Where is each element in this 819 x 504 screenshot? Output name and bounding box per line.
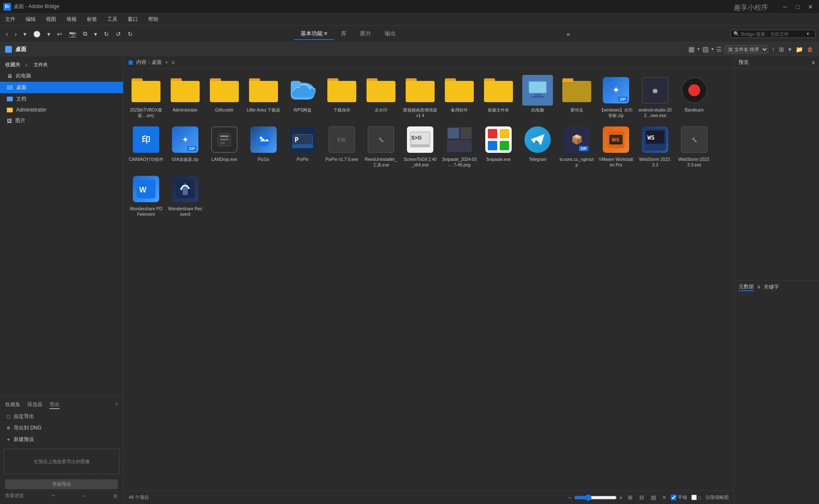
square-checkbox[interactable]: □ <box>691 495 701 500</box>
file-item[interactable]: PicGo <box>244 122 283 170</box>
file-item[interactable]: 🔧 WebStorm-2023.3.3.exe <box>675 122 713 170</box>
redo-button[interactable]: ↻ <box>125 29 135 39</box>
tab-output[interactable]: 输出 <box>378 28 403 40</box>
forward-button[interactable]: › <box>12 29 20 39</box>
zoom-minus-button[interactable]: − <box>568 494 571 501</box>
refresh-button[interactable]: ↻ <box>101 29 112 39</box>
custom-export-item[interactable]: □ 自定导出 <box>0 411 123 422</box>
history-dropdown[interactable]: ▾ <box>45 29 53 39</box>
sidebar-item-administrator[interactable]: Administrator <box>0 105 123 115</box>
history-button[interactable]: 🕐 <box>31 29 43 39</box>
file-item[interactable]: ✦ ZIP 【windows】水印管家.zip <box>597 72 635 121</box>
menu-window[interactable]: 窗口 <box>126 15 140 24</box>
menu-tools[interactable]: 工具 <box>106 15 119 24</box>
file-item[interactable]: Administrator <box>166 72 204 121</box>
progress-add-icon[interactable]: + <box>83 493 86 498</box>
folder-view-button[interactable]: 📁 <box>795 45 804 54</box>
file-item[interactable]: ✦ ZIP GIA加速器.zip <box>166 122 204 170</box>
export-menu[interactable]: ≡ <box>115 401 118 409</box>
copy-dropdown[interactable]: ▾ <box>92 29 100 39</box>
tab-film[interactable]: 胶片 <box>353 28 378 40</box>
sidebar-item-documents[interactable]: 文档 <box>0 93 123 105</box>
preview-menu-icon[interactable]: ≡ <box>812 60 815 66</box>
menu-label[interactable]: 标签 <box>85 15 99 24</box>
flat-checkbox-input[interactable] <box>671 495 676 500</box>
camera-button[interactable]: 📷 <box>66 29 79 39</box>
file-item[interactable]: WS WebStorm 2023.3.3 <box>636 122 674 170</box>
sidebar-item-desktop[interactable]: 桌面 <box>0 82 123 93</box>
new-preset-item[interactable]: + 新建预设 <box>0 434 123 445</box>
menu-view[interactable]: 视图 <box>44 15 58 24</box>
file-item[interactable]: Wondershare Recoverit <box>166 171 204 220</box>
grid-view-button[interactable]: ⊞ <box>626 493 634 501</box>
file-item[interactable]: 2023的TVBOX最新…om) <box>127 72 165 121</box>
filter-icon[interactable]: ▦ <box>688 45 695 53</box>
file-item[interactable]: 🔧 RevoUninstaller_工具.exe <box>362 122 400 170</box>
file-item[interactable]: 🤖 android-studio-202…ows.exe <box>636 72 674 121</box>
undo-button[interactable]: ↺ <box>113 29 123 39</box>
square-checkbox-input[interactable] <box>691 495 697 500</box>
more-button[interactable]: » <box>564 29 573 39</box>
file-item[interactable]: Little Aries 下载器 <box>244 72 283 121</box>
list-view-button[interactable]: ≡ <box>661 493 668 501</box>
export-dng-item[interactable]: ≡ 导出到 DNG <box>0 422 123 434</box>
menu-edit[interactable]: 编辑 <box>24 15 37 24</box>
view-options-dropdown[interactable]: ▾ <box>788 45 792 54</box>
content-add-button[interactable]: + <box>165 60 168 66</box>
maximize-button[interactable]: □ <box>793 3 802 11</box>
sort-dropdown[interactable]: 按 文件名 排序 按 日期 排序 按 大小 排序 <box>724 45 768 54</box>
progress-label[interactable]: 查看进度 <box>5 493 24 499</box>
file-item[interactable]: Telegram <box>518 122 557 170</box>
file-item[interactable]: 新建文件夹 <box>479 72 518 121</box>
back2-button[interactable]: ↩ <box>54 29 65 39</box>
file-item[interactable]: WPS网盘 <box>284 72 322 121</box>
zoom-plus-button[interactable]: + <box>619 494 623 501</box>
grid-view2-button[interactable]: ⊟ <box>638 493 646 501</box>
file-item[interactable]: 爱传送 <box>558 72 596 121</box>
tab-basic[interactable]: 基本功能 ≡ <box>294 28 334 40</box>
content-menu-button[interactable]: ≡ <box>172 60 175 66</box>
tab-library[interactable]: 库 <box>334 28 353 40</box>
search-bar[interactable]: 🔍 ▾ <box>730 30 816 38</box>
nav-dropdown[interactable]: ▾ <box>21 29 29 39</box>
metadata-tab[interactable]: 元数据 <box>739 283 754 291</box>
file-item[interactable]: Snipaste.exe <box>479 122 518 170</box>
file-item[interactable]: GIAcceler <box>205 72 243 121</box>
metadata-menu[interactable]: ≡ <box>757 284 760 290</box>
search-input[interactable] <box>741 32 805 37</box>
file-item[interactable]: 📦 ZIP tv.oovc.cc_nginxzip <box>558 122 596 170</box>
menu-help[interactable]: 帮助 <box>146 15 160 24</box>
close-button[interactable]: ✕ <box>805 3 816 11</box>
zoom-slider[interactable] <box>574 494 617 501</box>
sidebar-item-pictures[interactable]: 🖼 图片 <box>0 115 123 126</box>
flat-checkbox[interactable]: 平铺 <box>671 494 687 501</box>
file-item[interactable]: P PixPin <box>284 122 322 170</box>
progress-edit-icon[interactable]: ✏ <box>52 493 55 498</box>
window-controls[interactable]: ─ □ ✕ <box>781 3 816 11</box>
file-item[interactable]: W Wondershare PDFelement <box>127 171 165 220</box>
menu-file[interactable]: 文件 <box>3 15 17 24</box>
filter2-dropdown[interactable]: ▾ <box>711 46 714 52</box>
file-item[interactable]: Bandicam <box>675 72 713 121</box>
filter-dropdown[interactable]: ▾ <box>697 46 700 52</box>
file-item[interactable]: 印 CAINIAO打印组件 <box>127 122 165 170</box>
keywords-tab[interactable]: 关键字 <box>764 284 779 291</box>
file-item[interactable]: 去水印 <box>362 72 400 121</box>
file-item[interactable]: 此电脑 <box>518 72 557 121</box>
file-item[interactable]: 下载保存 <box>323 72 361 121</box>
progress-delete-icon[interactable]: 🗑 <box>113 493 118 498</box>
search-dropdown[interactable]: ▾ <box>807 31 809 37</box>
detail-view-button[interactable]: ▤ <box>649 493 658 501</box>
minimize-button[interactable]: ─ <box>781 3 790 11</box>
filter3-icon[interactable]: ☰ <box>716 46 722 53</box>
delete-button[interactable]: 🗑 <box>806 45 814 54</box>
filter2-icon[interactable]: ▧ <box>702 45 709 53</box>
start-export-button[interactable]: 开始导出 <box>5 479 118 489</box>
menu-stack[interactable]: 堆栈 <box>65 15 78 24</box>
file-item[interactable]: 备用软件 <box>440 72 478 121</box>
file-item[interactable]: Snipaste_2024-03-…7-46.png <box>440 122 478 170</box>
file-item[interactable]: S>G ScreenToGif 2.40_x64.exe <box>401 122 439 170</box>
file-item[interactable]: 图视频画质增强器v1.4 <box>401 72 439 121</box>
back-button[interactable]: ‹ <box>3 29 11 39</box>
favorites-menu[interactable]: ≡ <box>25 62 28 68</box>
